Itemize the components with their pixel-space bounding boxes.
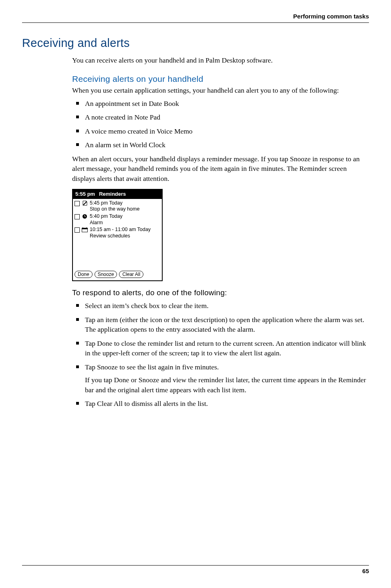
list-item: Select an item’s check box to clear the …: [72, 301, 369, 311]
respond-steps-list: Select an item’s check box to clear the …: [72, 301, 369, 409]
reminder-item: 5:45 pm Today Stop on the way home: [75, 200, 160, 213]
checkbox-icon: [75, 214, 80, 219]
list-item: Tap Snooze to see the list again in five…: [72, 362, 369, 395]
list-item: A voice memo created in Voice Memo: [72, 126, 369, 136]
reminder-text: 5:40 pm Today Alarm: [90, 213, 123, 226]
page-footer: 65: [22, 565, 369, 575]
reminder-desc-line: Review schedules: [90, 233, 151, 239]
reminders-title: Reminders: [99, 191, 126, 198]
svg-rect-4: [87, 227, 87, 229]
list-item-followup: If you tap Done or Snooze and view the r…: [85, 375, 369, 395]
svg-rect-3: [83, 227, 83, 229]
reminders-body: 5:45 pm Today Stop on the way home 5:40 …: [73, 199, 162, 269]
checkbox-icon: [75, 201, 80, 206]
clock-icon: [82, 214, 88, 219]
reminders-button-row: Done Snooze Clear All: [73, 269, 162, 280]
reminder-item: 10:15 am - 11:00 am Today Review schedul…: [75, 227, 160, 239]
list-item: A note created in Note Pad: [72, 112, 369, 122]
reminders-time: 5:55 pm: [75, 191, 95, 198]
page: Performing common tasks Receiving and al…: [0, 0, 391, 588]
reminder-text: 5:45 pm Today Stop on the way home: [90, 200, 139, 213]
list-item: Tap Clear All to dismiss all alerts in t…: [72, 399, 369, 409]
snooze-button: Snooze: [95, 271, 117, 278]
paragraph-snooze-behavior: When an alert occurs, your handheld disp…: [72, 154, 369, 184]
clear-all-button: Clear All: [119, 271, 143, 278]
running-header: Performing common tasks: [22, 12, 369, 23]
note-icon: [82, 201, 88, 206]
intro-paragraph: You can receive alerts on your handheld …: [72, 55, 369, 65]
list-item: Tap Done to close the reminder list and …: [72, 339, 369, 358]
alert-types-list: An appointment set in Date Book A note c…: [72, 99, 369, 150]
reminder-time-line: 5:45 pm Today: [90, 200, 123, 206]
list-item: Tap an item (either the icon or the text…: [72, 315, 369, 335]
content-body: You can receive alerts on your handheld …: [72, 55, 369, 409]
heading-receiving-and-alerts: Receiving and alerts: [22, 35, 369, 51]
reminder-time-line: 5:40 pm Today: [90, 213, 123, 219]
reminder-time-line: 10:15 am - 11:00 am Today: [90, 227, 151, 232]
list-item-text: Tap Snooze to see the list again in five…: [85, 363, 219, 371]
list-item: An appointment set in Date Book: [72, 99, 369, 109]
reminder-desc-line: Stop on the way home: [90, 206, 139, 213]
subheading-receiving-on-handheld: Receiving alerts on your handheld: [72, 73, 369, 85]
list-item: An alarm set in World Clock: [72, 140, 369, 150]
done-button: Done: [75, 271, 93, 278]
reminder-item: 5:40 pm Today Alarm: [75, 213, 160, 226]
paragraph-settings-alert: When you use certain application setting…: [72, 85, 369, 95]
checkbox-icon: [75, 227, 80, 233]
reminder-desc-line: Alarm: [90, 220, 123, 226]
reminders-screenshot: 5:55 pm Reminders 5:45 pm Today Stop on …: [72, 189, 163, 281]
reminder-text: 10:15 am - 11:00 am Today Review schedul…: [90, 227, 151, 239]
page-number: 65: [362, 568, 369, 574]
calendar-icon: [82, 227, 88, 232]
reminders-titlebar: 5:55 pm Reminders: [73, 190, 162, 199]
task-heading-respond-alerts: To respond to alerts, do one of the foll…: [72, 288, 369, 298]
